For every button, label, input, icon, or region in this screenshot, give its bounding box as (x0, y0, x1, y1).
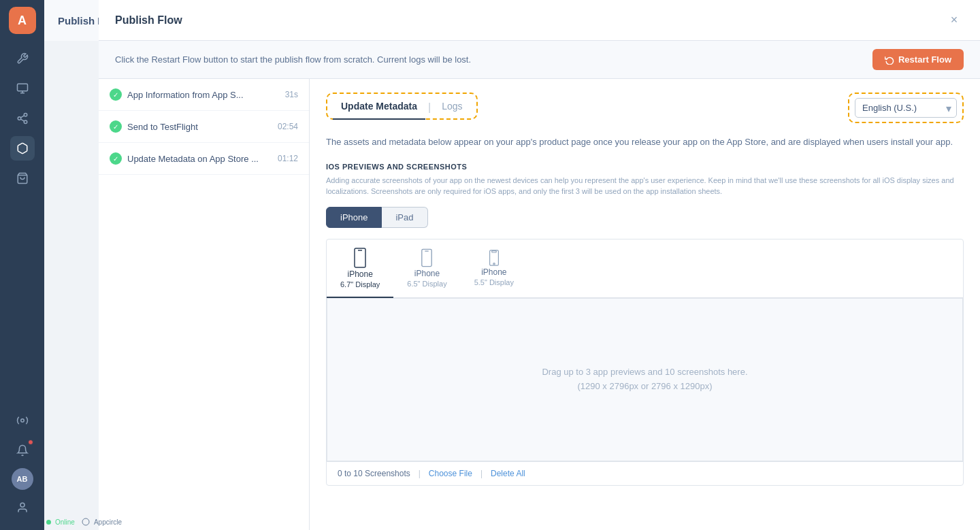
svg-point-4 (18, 117, 21, 120)
drop-zone-text: Drag up to 3 app previews and 10 screens… (542, 365, 747, 380)
sidebar-icon-publish[interactable] (10, 136, 35, 161)
step-label-1: App Information from App S... (127, 90, 244, 100)
display-types-container: iPhone 6.7" Display iPhone (326, 239, 964, 486)
step-time-1: 31s (285, 90, 298, 99)
step-time-3: 01:12 (278, 154, 298, 163)
tabs-bar: Update Metadata | Logs (333, 97, 471, 118)
display-type-5-5[interactable]: iPhone 5.5" Display (461, 239, 527, 298)
restart-description: Click the Restart Flow button to start t… (115, 54, 471, 65)
drop-zone-subtext: (1290 x 2796px or 2796 x 1290px) (577, 380, 712, 394)
restart-flow-button[interactable]: Restart Flow (872, 49, 964, 70)
tabs-highlight: Update Metadata | Logs (326, 93, 478, 120)
step-status-icon-2: ✓ (110, 120, 122, 133)
avatar[interactable]: AB (12, 468, 33, 490)
sidebar-icon-distribute[interactable] (10, 106, 35, 131)
step-time-2: 02:54 (278, 122, 298, 131)
sidebar-icon-build[interactable] (10, 46, 35, 71)
sidebar-icon-notifications[interactable] (10, 438, 35, 463)
online-label: Online (55, 518, 75, 526)
svg-rect-0 (17, 84, 27, 91)
delete-all-link[interactable]: Delete All (491, 469, 525, 478)
ios-previews-section: iOS PREVIEWS AND SCREENSHOTS Adding accu… (326, 163, 964, 486)
tab-update-metadata[interactable]: Update Metadata (333, 97, 425, 120)
svg-point-17 (493, 263, 495, 264)
modal-body: ✓ App Information from App S... 31s ✓ Se… (99, 79, 980, 530)
step-label-3: Update Metadata on App Store ... (127, 154, 259, 164)
device-tab-iphone[interactable]: iPhone (326, 207, 382, 228)
svg-point-3 (24, 114, 27, 117)
sidebar-icon-settings[interactable] (10, 408, 35, 433)
step-item-3[interactable]: ✓ Update Metadata on App Store ... 01:12 (99, 143, 309, 175)
device-tab-ipad[interactable]: iPad (382, 207, 427, 228)
screenshots-bottom-bar: 0 to 10 Screenshots | Choose File | Dele… (327, 461, 963, 485)
svg-line-6 (20, 119, 24, 121)
status-bar: Online Appcircle (46, 518, 122, 526)
svg-rect-13 (422, 249, 431, 266)
language-dropdown[interactable]: English (U.S.) French German Spanish Jap… (855, 98, 957, 118)
sidebar-icon-store[interactable] (10, 166, 35, 191)
step-status-icon-3: ✓ (110, 152, 122, 165)
device-tabs: iPhone iPad (326, 207, 964, 228)
restart-banner: Click the Restart Flow button to start t… (99, 41, 980, 79)
svg-point-18 (82, 518, 89, 525)
svg-point-9 (20, 419, 24, 423)
modal-dialog: Publish Flow × Click the Restart Flow bu… (99, 0, 980, 530)
appcircle-label: Appcircle (94, 518, 122, 526)
tab-logs[interactable]: Logs (434, 97, 470, 118)
svg-line-7 (20, 116, 24, 118)
content-top-row: Update Metadata | Logs English (U.S.) Fr… (326, 93, 964, 123)
language-select-wrap[interactable]: English (U.S.) French German Spanish Jap… (855, 98, 957, 118)
svg-rect-16 (492, 250, 496, 252)
step-item-2[interactable]: ✓ Send to TestFlight 02:54 (99, 111, 309, 143)
content-panel: Update Metadata | Logs English (U.S.) Fr… (310, 79, 980, 530)
svg-point-5 (24, 120, 27, 124)
display-type-6-5[interactable]: iPhone 6.5" Display (393, 239, 460, 298)
display-types-tabs: iPhone 6.7" Display iPhone (327, 239, 963, 298)
app-logo[interactable]: A (9, 7, 36, 34)
steps-panel: ✓ App Information from App S... 31s ✓ Se… (99, 79, 310, 530)
screenshot-count: 0 to 10 Screenshots (338, 469, 410, 478)
modal-title: Publish Flow (115, 14, 182, 27)
sidebar-icon-test[interactable] (10, 76, 35, 101)
sidebar-bottom: AB (10, 408, 35, 530)
svg-point-10 (20, 503, 24, 507)
display-type-6-7[interactable]: iPhone 6.7" Display (327, 239, 393, 298)
language-dropdown-highlight: English (U.S.) French German Spanish Jap… (848, 93, 964, 123)
sidebar-icon-user[interactable] (10, 495, 35, 520)
metadata-description: The assets and metadata below appear on … (326, 135, 964, 149)
online-dot (46, 520, 51, 525)
sidebar: A AB (0, 0, 44, 530)
step-item-1[interactable]: ✓ App Information from App S... 31s (99, 79, 309, 111)
step-status-icon-1: ✓ (110, 88, 122, 101)
choose-file-link[interactable]: Choose File (429, 469, 472, 478)
modal-header: Publish Flow × (99, 0, 980, 41)
svg-rect-11 (355, 248, 365, 267)
screenshot-drop-zone[interactable]: Drag up to 3 app previews and 10 screens… (327, 298, 963, 461)
ios-previews-subtitle: Adding accurate screenshots of your app … (326, 175, 964, 197)
step-label-2: Send to TestFlight (127, 122, 198, 132)
ios-previews-title: iOS PREVIEWS AND SCREENSHOTS (326, 163, 964, 171)
tab-divider: | (425, 101, 434, 114)
close-button[interactable]: × (945, 11, 964, 30)
